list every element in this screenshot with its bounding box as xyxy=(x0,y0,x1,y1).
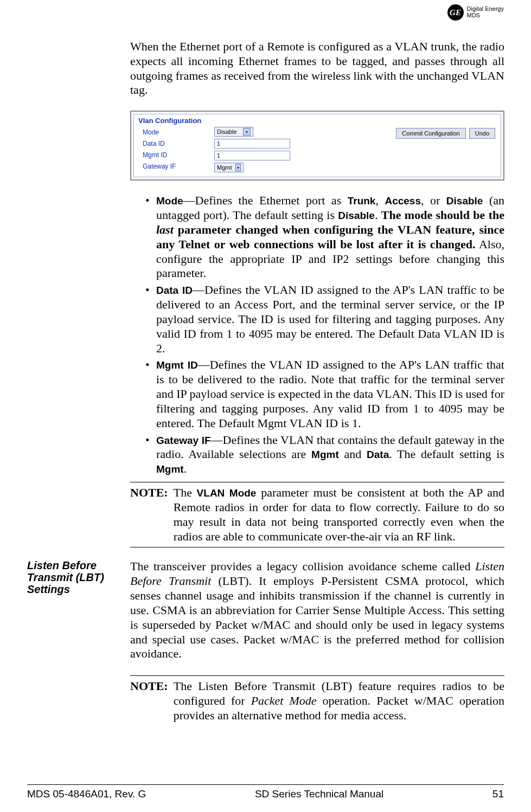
note-label: NOTE: xyxy=(130,679,168,723)
panel-title: Vlan Configuration xyxy=(134,114,501,126)
data-id-input[interactable]: 1 xyxy=(214,139,290,149)
label-data-id: Data ID xyxy=(143,140,208,147)
footer-title: SD Series Technical Manual xyxy=(255,788,383,800)
term-gateway-if: Gateway IF xyxy=(156,435,211,446)
bullet-mode: Mode—Defines the Ethernet port as Trunk,… xyxy=(145,194,504,281)
term-data-id: Data ID xyxy=(156,285,193,296)
note-vlan-mode: NOTE: The VLAN Mode parameter must be co… xyxy=(130,482,504,547)
chevron-down-icon: ▾ xyxy=(243,128,251,136)
ge-monogram-icon: GE xyxy=(447,4,464,21)
label-gateway-if: Gateway IF xyxy=(143,163,208,170)
bullet-data-id: Data ID—Defines the VLAN ID assigned to … xyxy=(145,283,504,356)
mgmt-id-input[interactable]: 1 xyxy=(214,151,290,160)
page-footer: MDS 05-4846A01, Rev. G SD Series Technic… xyxy=(27,784,504,800)
mgmt-id-value: 1 xyxy=(217,152,220,159)
commit-button[interactable]: Commit Configuration xyxy=(396,128,465,139)
label-mode: Mode xyxy=(143,128,208,136)
footer-page-number: 51 xyxy=(492,788,504,800)
term-mode: Mode xyxy=(156,195,183,207)
vlan-config-panel: Vlan Configuration Mode Data ID Mgmt ID … xyxy=(130,111,504,181)
mode-select[interactable]: Disable ▾ xyxy=(214,127,253,137)
brand-text: Digital Energy MDS xyxy=(467,6,504,18)
brand-logo: GE Digital Energy MDS xyxy=(447,4,504,21)
lbt-paragraph: The transceiver provides a legacy collis… xyxy=(130,559,504,661)
note-lbt: NOTE: The Listen Before Transmit (LBT) f… xyxy=(130,675,504,726)
bullet-gateway-if: Gateway IF—Defines the VLAN that contain… xyxy=(145,433,504,476)
footer-doc-id: MDS 05-4846A01, Rev. G xyxy=(27,788,146,800)
chevron-down-icon: ▾ xyxy=(235,164,241,171)
section-heading-lbt: Listen Before Transmit (LBT) Settings xyxy=(27,559,120,595)
mode-value: Disable xyxy=(217,128,237,135)
intro-paragraph: When the Ethernet port of a Remote is co… xyxy=(130,40,504,98)
gateway-if-select[interactable]: Mgmt ▾ xyxy=(214,163,244,172)
term-mgmt-id: Mgmt ID xyxy=(156,359,198,371)
gateway-if-value: Mgmt xyxy=(217,164,232,171)
bullet-mgmt-id: Mgmt ID—Defines the VLAN ID assigned to … xyxy=(145,358,504,430)
data-id-value: 1 xyxy=(217,140,220,147)
note-text: The Listen Before Transmit (LBT) feature… xyxy=(174,679,504,723)
label-mgmt-id: Mgmt ID xyxy=(143,151,208,159)
brand-line2: MDS xyxy=(467,12,504,19)
undo-button[interactable]: Undo xyxy=(469,128,495,139)
note-label: NOTE: xyxy=(130,486,168,544)
note-text: The VLAN Mode parameter must be consiste… xyxy=(174,486,504,544)
